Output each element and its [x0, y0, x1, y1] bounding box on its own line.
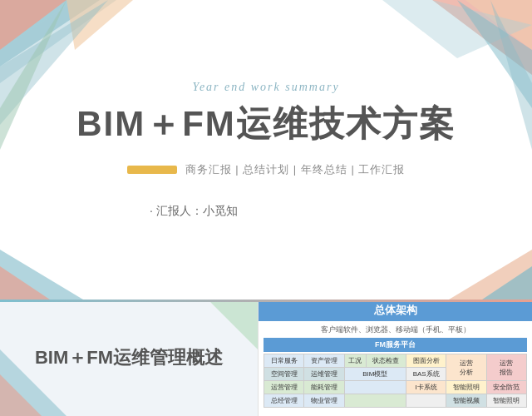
bottom-left-panel: BIM＋FM运维管理概述	[0, 300, 258, 416]
grid-cell: I卡系统	[406, 381, 446, 394]
grid-cell: 物业管理	[304, 394, 344, 408]
grid-cell: 智能视频	[446, 394, 486, 408]
grid-cell: 日常服务	[264, 354, 304, 368]
subtitle-bar: 商务汇报 | 总结计划 | 年终总结 | 工作汇报	[127, 162, 406, 177]
bottom-left-top-right-deco	[208, 300, 258, 349]
main-title: BIM＋FM运维技术方案	[76, 101, 456, 147]
bottom-right-header: 总体架构	[259, 300, 532, 321]
architecture-grid: 日常服务 资产管理 工况 状态检查 图面分析 运营分析 运营报告 空间管理 运维…	[264, 354, 527, 408]
grid-cell: 智能照明	[446, 381, 486, 394]
bottom-right-panel: 总体架构 客户端软件、浏览器、移动端（手机、平板） FM服务平台 日常服务 资产…	[258, 300, 532, 416]
grid-cell: 安全防范	[486, 381, 526, 394]
year-end-label: Year end work summary	[192, 81, 339, 94]
grid-cell: BAS系统	[406, 368, 446, 381]
bottom-right-content: 客户端软件、浏览器、移动端（手机、平板） FM服务平台 日常服务 资产管理 工况…	[259, 321, 532, 411]
grid-cell: 智能照明	[486, 394, 526, 408]
subtitle-text: 商务汇报 | 总结计划 | 年终总结 | 工作汇报	[185, 162, 406, 177]
reporter-line: · 汇报人：小觅知	[150, 204, 238, 219]
fm-platform-label: FM服务平台	[264, 338, 527, 352]
grid-cell	[344, 394, 406, 408]
top-slide: Year end work summary BIM＋FM运维技术方案 商务汇报 …	[0, 0, 532, 300]
grid-cell: 运营分析	[446, 354, 486, 381]
slide-content: Year end work summary BIM＋FM运维技术方案 商务汇报 …	[0, 0, 532, 300]
grid-cell: 运维管理	[304, 368, 344, 381]
slide-divider	[0, 300, 532, 302]
bottom-section: BIM＋FM运维管理概述 总体架构 客户端软件、浏览器、移动端（手机、平板） F…	[0, 300, 532, 416]
grid-cell: 运营管理	[264, 381, 304, 394]
grid-cell: 资产管理	[304, 354, 344, 368]
grid-cell: 运营报告	[486, 354, 526, 381]
subtitle-rect	[127, 166, 177, 174]
grid-cell: 空间管理	[264, 368, 304, 381]
grid-cell: 图面分析	[406, 354, 446, 368]
grid-cell: 能耗管理	[304, 381, 344, 394]
platform-row: 客户端软件、浏览器、移动端（手机、平板）	[264, 324, 527, 335]
grid-cell: 状态检查	[366, 354, 406, 368]
grid-cell	[344, 381, 406, 394]
grid-cell	[406, 394, 446, 408]
grid-cell: 工况	[344, 354, 366, 368]
grid-cell: BIM模型	[344, 368, 406, 381]
bottom-left-title: BIM＋FM运维管理概述	[35, 345, 223, 370]
svg-marker-17	[208, 300, 258, 349]
grid-cell: 总经管理	[264, 394, 304, 408]
